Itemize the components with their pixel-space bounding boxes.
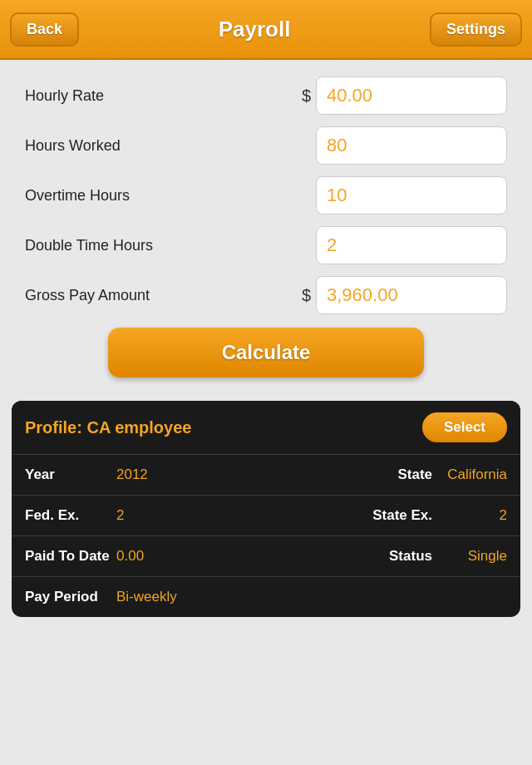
status-value: Single (441, 548, 507, 565)
double-time-input[interactable] (316, 226, 507, 264)
app-header: Back Payroll Settings (0, 0, 532, 60)
profile-row-fedex: Fed. Ex. 2 State Ex. 2 (12, 495, 520, 536)
hours-worked-input[interactable] (316, 126, 507, 165)
overtime-hours-label: Overtime Hours (25, 187, 316, 205)
fedex-label: Fed. Ex. (25, 507, 116, 524)
profile-card: Profile: CA employee Select Year 2012 St… (12, 401, 520, 617)
year-value: 2012 (116, 466, 148, 483)
hours-worked-label: Hours Worked (25, 137, 316, 155)
state-value: California (441, 466, 507, 483)
gross-pay-row: Gross Pay Amount $ (25, 276, 507, 314)
gross-pay-symbol: $ (302, 286, 311, 305)
hourly-rate-label: Hourly Rate (25, 87, 302, 105)
hourly-rate-input[interactable] (316, 76, 507, 115)
page-title: Payroll (219, 17, 291, 42)
profile-row-year: Year 2012 State California (12, 454, 520, 495)
select-button[interactable]: Select (422, 412, 507, 442)
settings-button[interactable]: Settings (430, 12, 522, 47)
status-label: Status (366, 548, 441, 565)
paidtodate-label: Paid To Date (25, 548, 116, 565)
profile-row-payperiod: Pay Period Bi-weekly (12, 576, 520, 617)
profile-header: Profile: CA employee Select (12, 401, 520, 454)
payperiod-value: Bi-weekly (116, 589, 177, 605)
calculate-button[interactable]: Calculate (108, 328, 424, 378)
back-button[interactable]: Back (10, 12, 79, 47)
double-time-row: Double Time Hours (25, 226, 507, 264)
overtime-hours-input[interactable] (316, 176, 507, 215)
double-time-label: Double Time Hours (25, 237, 316, 254)
overtime-hours-row: Overtime Hours (25, 176, 507, 215)
hourly-rate-row: Hourly Rate $ (25, 76, 507, 115)
profile-row-paidtodate: Paid To Date 0.00 Status Single (12, 536, 520, 576)
state-label: State (366, 466, 441, 483)
hours-worked-row: Hours Worked (25, 126, 507, 165)
stateex-value: 2 (441, 507, 507, 524)
payperiod-label: Pay Period (25, 589, 116, 605)
hourly-rate-symbol: $ (302, 86, 311, 106)
paidtodate-value: 0.00 (116, 548, 144, 565)
profile-title: Profile: CA employee (25, 418, 191, 437)
main-content: Hourly Rate $ Hours Worked Overtime Hour… (0, 60, 532, 401)
fedex-value: 2 (116, 507, 124, 524)
stateex-label: State Ex. (366, 507, 441, 524)
gross-pay-label: Gross Pay Amount (25, 287, 302, 304)
gross-pay-input[interactable] (316, 276, 507, 314)
year-label: Year (25, 466, 116, 483)
